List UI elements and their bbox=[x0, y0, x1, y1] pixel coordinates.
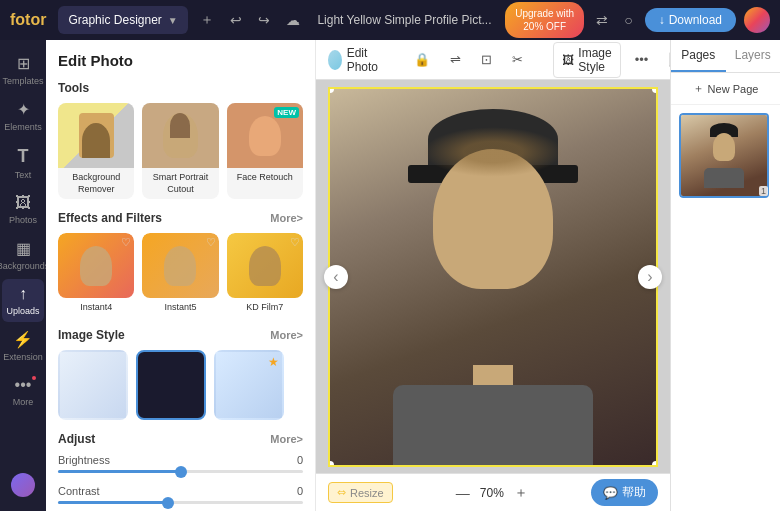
contrast-fill bbox=[58, 501, 168, 504]
sidebar-item-user[interactable] bbox=[2, 467, 44, 503]
adjust-section-title: Adjust More> bbox=[58, 432, 303, 446]
tool-face-retouch[interactable]: NEW Face Retouch bbox=[227, 103, 303, 199]
tab-pages[interactable]: Pages bbox=[671, 40, 726, 72]
page-number: 1 bbox=[759, 186, 768, 196]
tab-layers[interactable]: Layers bbox=[726, 40, 781, 72]
left-sidebar: ⊞ Templates ✦ Elements T Text 🖼 Photos ▦… bbox=[0, 40, 46, 511]
image-style-section-title: Image Style More> bbox=[58, 328, 303, 342]
sidebar-item-photos[interactable]: 🖼 Photos bbox=[2, 188, 44, 231]
tool-portrait-cutout[interactable]: Smart Portrait Cutout bbox=[142, 103, 218, 199]
zoom-out-button[interactable]: — bbox=[452, 482, 474, 504]
resize-handle-top[interactable] bbox=[473, 87, 513, 88]
project-selector[interactable]: Graphic Designer ▼ bbox=[58, 6, 187, 34]
canvas-area: Edit Photo 🔒 ⇌ ⊡ ✂ 🖼 Image Style ••• ⬜ 🗑… bbox=[316, 40, 670, 511]
effect-kdfilm7[interactable]: ♡ KD Film7 bbox=[227, 233, 303, 316]
sidebar-item-text[interactable]: T Text bbox=[2, 140, 44, 186]
share-icon[interactable]: ⇄ bbox=[592, 8, 612, 32]
cut-icon[interactable]: ✂ bbox=[506, 48, 529, 71]
canvas-toolbar: Edit Photo 🔒 ⇌ ⊡ ✂ 🖼 Image Style ••• ⬜ 🗑 bbox=[316, 40, 670, 80]
canvas-toolbar-right: ⬜ 🗑 bbox=[662, 48, 670, 71]
new-page-button[interactable]: ＋ New Page bbox=[671, 73, 780, 105]
contrast-thumb[interactable] bbox=[162, 497, 174, 509]
download-button[interactable]: ↓ Download bbox=[645, 8, 736, 32]
user-avatar[interactable] bbox=[744, 7, 770, 33]
brightness-track[interactable] bbox=[58, 470, 303, 473]
heart-icon: ♡ bbox=[290, 236, 300, 249]
plus-icon: ＋ bbox=[693, 81, 704, 96]
upgrade-button[interactable]: Upgrade with 20% OFF bbox=[505, 2, 584, 38]
effects-more-link[interactable]: More> bbox=[270, 212, 303, 224]
templates-icon: ⊞ bbox=[17, 54, 30, 73]
edit-photo-button[interactable]: Edit Photo bbox=[328, 46, 384, 74]
tool-background-remover[interactable]: Background Remover bbox=[58, 103, 134, 199]
canvas-left-arrow[interactable]: ‹ bbox=[324, 265, 348, 289]
chevron-down-icon: ▼ bbox=[168, 15, 178, 26]
photos-icon: 🖼 bbox=[15, 194, 31, 212]
bg-remover-label: Background Remover bbox=[58, 168, 134, 199]
sidebar-item-label: Photos bbox=[9, 215, 37, 225]
frame-icon[interactable]: ⬜ bbox=[662, 48, 670, 71]
brightness-thumb[interactable] bbox=[175, 466, 187, 478]
text-icon: T bbox=[18, 146, 29, 167]
effect-instant5[interactable]: ♡ Instant5 bbox=[142, 233, 218, 316]
add-element-icon[interactable]: ＋ bbox=[484, 471, 502, 474]
more-options-icon[interactable]: ••• bbox=[629, 48, 655, 71]
style-light[interactable]: ★ bbox=[214, 350, 284, 420]
sidebar-item-templates[interactable]: ⊞ Templates bbox=[2, 48, 44, 92]
user-icon bbox=[11, 473, 35, 497]
style-plain[interactable] bbox=[58, 350, 128, 420]
resize-tag[interactable]: ⇔ Resize bbox=[328, 482, 393, 503]
effects-section-title: Effects and Filters More> bbox=[58, 211, 303, 225]
sidebar-item-label: More bbox=[13, 397, 34, 407]
kdfilm7-label: KD Film7 bbox=[227, 298, 303, 316]
contrast-label: Contrast bbox=[58, 485, 100, 497]
zoom-controls: — 70% ＋ bbox=[452, 482, 532, 504]
portrait-thumbnail bbox=[142, 103, 218, 168]
sidebar-item-extension[interactable]: ⚡ Extension bbox=[2, 324, 44, 368]
resize-handle-bottom[interactable] bbox=[473, 466, 513, 467]
redo-icon[interactable]: ↪ bbox=[254, 8, 274, 32]
sidebar-item-backgrounds[interactable]: ▦ Backgrounds bbox=[2, 233, 44, 277]
brightness-fill bbox=[58, 470, 181, 473]
instant5-label: Instant5 bbox=[142, 298, 218, 316]
backgrounds-icon: ▦ bbox=[16, 239, 31, 258]
topbar: fotor Graphic Designer ▼ ＋ ↩ ↪ ☁ Light Y… bbox=[0, 0, 780, 40]
style-more-link[interactable]: More> bbox=[270, 329, 303, 341]
cloud-save-icon[interactable]: ☁ bbox=[282, 8, 304, 32]
brightness-value: 0 bbox=[297, 454, 303, 466]
lock-icon[interactable]: 🔒 bbox=[408, 48, 436, 71]
sidebar-item-label: Extension bbox=[3, 352, 43, 362]
eye-icon[interactable]: ○ bbox=[620, 8, 636, 32]
photo-placeholder bbox=[330, 89, 656, 465]
sidebar-item-elements[interactable]: ✦ Elements bbox=[2, 94, 44, 138]
new-badge: NEW bbox=[274, 107, 299, 118]
effect-instant4[interactable]: ♡ Instant4 bbox=[58, 233, 134, 316]
right-panel-tabs: Pages Layers bbox=[671, 40, 780, 73]
resize-handle-br[interactable] bbox=[652, 461, 658, 467]
sidebar-item-label: Templates bbox=[2, 76, 43, 86]
extension-icon: ⚡ bbox=[13, 330, 33, 349]
add-page-icon[interactable]: ＋ bbox=[196, 7, 218, 33]
adjust-more-link[interactable]: More> bbox=[270, 433, 303, 445]
edit-photo-avatar bbox=[328, 50, 342, 70]
canvas-right-arrow[interactable]: › bbox=[638, 265, 662, 289]
sidebar-item-more[interactable]: ••• More bbox=[2, 370, 44, 413]
upgrade-line1: Upgrade with bbox=[515, 7, 574, 20]
flip-icon[interactable]: ⇌ bbox=[444, 48, 467, 71]
help-button[interactable]: 💬 帮助 bbox=[591, 479, 658, 506]
resize-handle-tr[interactable] bbox=[652, 87, 658, 93]
sidebar-item-label: Elements bbox=[4, 122, 42, 132]
image-frame[interactable] bbox=[328, 87, 658, 467]
contrast-track[interactable] bbox=[58, 501, 303, 504]
zoom-value: 70% bbox=[480, 486, 504, 500]
image-style-button[interactable]: 🖼 Image Style bbox=[553, 42, 620, 78]
page-thumbnail-1[interactable]: 1 bbox=[679, 113, 772, 198]
elements-icon: ✦ bbox=[17, 100, 30, 119]
undo-icon[interactable]: ↩ bbox=[226, 8, 246, 32]
zoom-in-button[interactable]: ＋ bbox=[510, 482, 532, 504]
tool-panel-title: Edit Photo bbox=[58, 52, 303, 69]
sidebar-item-uploads[interactable]: ↑ Uploads bbox=[2, 279, 44, 322]
crop-icon[interactable]: ⊡ bbox=[475, 48, 498, 71]
style-dark[interactable] bbox=[136, 350, 206, 420]
upgrade-line2: 20% OFF bbox=[515, 20, 574, 33]
